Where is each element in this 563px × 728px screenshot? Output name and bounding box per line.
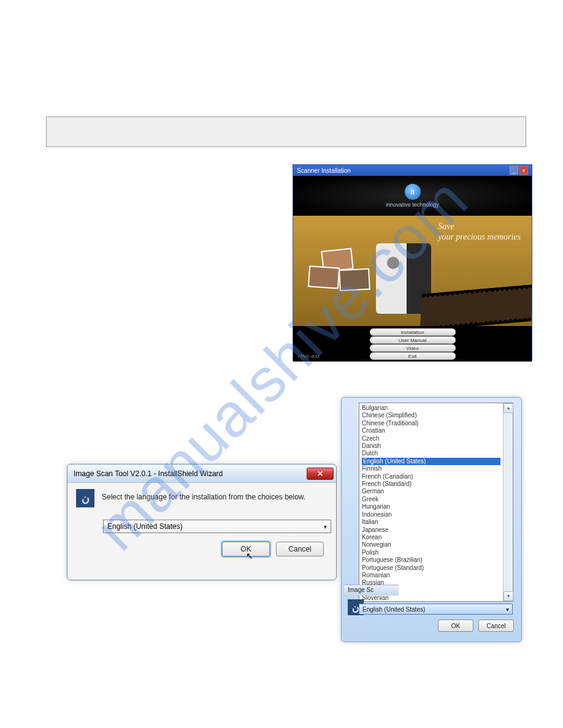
exit-button[interactable]: Exit	[370, 352, 456, 360]
it-logo-icon: it	[405, 184, 421, 200]
language-option[interactable]: Dutch	[362, 450, 500, 457]
scroll-down-icon[interactable]: ▾	[504, 591, 513, 601]
installation-button[interactable]: Installation	[370, 328, 456, 336]
scroll-up-icon[interactable]: ▴	[504, 403, 513, 413]
prompt-text: Select the language for the installation…	[102, 489, 305, 501]
cancel-button[interactable]: Cancel	[478, 620, 514, 632]
video-button[interactable]: Video	[370, 344, 456, 352]
brand-text: innovative technology	[386, 202, 439, 208]
installshield-icon: ن	[76, 489, 94, 507]
selected-language-label: English (United States)	[107, 522, 183, 531]
chevron-down-icon: ▾	[506, 606, 509, 613]
language-option[interactable]: Portuguese (Standard)	[362, 564, 500, 572]
language-option[interactable]: French (Standard)	[362, 480, 500, 488]
language-option[interactable]: Greek	[362, 496, 500, 503]
language-option[interactable]: French (Canadian)	[362, 473, 500, 480]
chevron-down-icon: ▾	[324, 523, 327, 530]
film-strip-icon	[420, 284, 532, 326]
header-gray-bar	[46, 116, 526, 147]
language-option[interactable]: Portuguese (Brazilian)	[362, 556, 500, 564]
tagline-text: Save your precious memories	[438, 222, 521, 243]
language-listbox[interactable]: BulgarianChinese (Simplified)Chinese (Tr…	[359, 403, 513, 602]
cancel-button[interactable]: Cancel	[276, 542, 324, 556]
scanner-installation-window: Scanner Installation _ x it innovative t…	[293, 164, 532, 361]
language-option[interactable]: Indonesian	[362, 511, 500, 518]
selected-language-label: English (United States)	[362, 606, 425, 613]
language-select[interactable]: English (United States) ▾	[103, 520, 331, 533]
language-option[interactable]: Korean	[362, 534, 500, 541]
language-option[interactable]: Romanian	[362, 572, 500, 579]
language-option[interactable]: Norwegian	[362, 541, 500, 548]
ok-button[interactable]: OK	[438, 620, 473, 632]
installshield-language-dialog: Image Scan Tool V2.0.1 - InstallShield W…	[67, 464, 337, 580]
close-icon[interactable]: x	[519, 166, 528, 175]
language-option[interactable]: Danish	[362, 442, 500, 450]
scanner-hero-area: Save your precious memories	[293, 216, 532, 326]
language-option[interactable]: German	[362, 488, 500, 495]
language-option[interactable]: English (United States)	[362, 458, 500, 465]
language-option[interactable]: Hungarian	[362, 503, 500, 510]
language-option[interactable]: Finnish	[362, 465, 500, 472]
language-dropdown-panel: BulgarianChinese (Simplified)Chinese (Tr…	[341, 397, 522, 642]
language-option[interactable]: Croatian	[362, 427, 500, 434]
scrollbar[interactable]: ▴ ▾	[503, 403, 513, 601]
partial-titlebar: Image Sc	[344, 585, 399, 596]
scanner-banner: it innovative technology	[293, 176, 532, 216]
close-icon[interactable]: ✕	[307, 468, 334, 480]
language-option[interactable]: Italian	[362, 518, 500, 526]
language-option[interactable]: Japanese	[362, 526, 500, 534]
model-label: ITNS-400	[298, 354, 319, 359]
user-manual-button[interactable]: User Manual	[370, 336, 456, 344]
scanner-title: Scanner Installation	[297, 167, 351, 174]
dialog-titlebar[interactable]: Image Scan Tool V2.0.1 - InstallShield W…	[67, 464, 336, 483]
ok-button[interactable]: OK ↖	[222, 542, 270, 556]
photos-collage-icon	[308, 249, 376, 295]
scanner-titlebar[interactable]: Scanner Installation _ x	[293, 165, 532, 176]
dialog-title: Image Scan Tool V2.0.1 - InstallShield W…	[74, 469, 223, 478]
language-option[interactable]: Chinese (Simplified)	[362, 412, 500, 419]
language-select-collapsed[interactable]: English (United States) ▾	[359, 604, 513, 615]
language-option[interactable]: Bulgarian	[362, 404, 500, 412]
language-option[interactable]: Polish	[362, 549, 500, 556]
language-option[interactable]: Czech	[362, 435, 500, 442]
minimize-icon[interactable]: _	[510, 166, 518, 175]
language-option[interactable]: Chinese (Traditional)	[362, 420, 500, 427]
